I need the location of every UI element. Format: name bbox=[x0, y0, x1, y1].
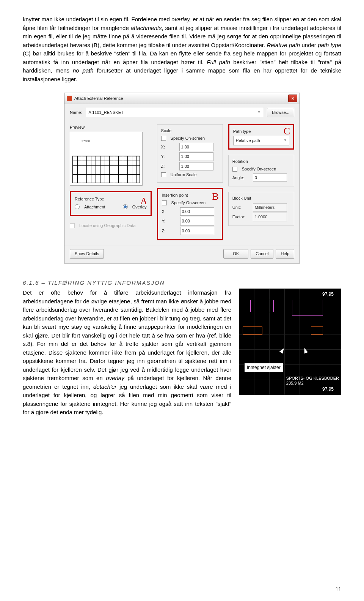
insertion-x-label: X: bbox=[162, 208, 177, 215]
angle-label: Angle: bbox=[232, 175, 250, 181]
show-details-button[interactable]: Show Details bbox=[70, 249, 104, 259]
text-italic: attachments bbox=[131, 25, 162, 31]
path-type-dropdown[interactable]: Relative path ▼ bbox=[233, 136, 289, 145]
attachment-radio[interactable] bbox=[75, 204, 80, 209]
close-icon: ✕ bbox=[291, 96, 294, 101]
cad-room-name: SPORTS- OG KLESBODER bbox=[286, 376, 339, 381]
cad-screenshot: +97,95 Inntegnet sjakter SPORTS- OG KLES… bbox=[239, 289, 341, 395]
overlay-radio[interactable] bbox=[123, 204, 128, 209]
cancel-button[interactable]: Cancel bbox=[251, 249, 273, 259]
dialog-titlebar: Attach External Reference ✕ bbox=[64, 93, 300, 104]
section-heading: 6.1.6 – Tilføring nyttig informasjon bbox=[23, 279, 341, 287]
insertion-y-input[interactable]: 0.00 bbox=[180, 217, 214, 226]
text: Det er ofte behov for å tilføre arbeidsu… bbox=[23, 289, 231, 381]
attachment-label: Attachment bbox=[84, 204, 105, 210]
reference-type-label: Reference Type bbox=[75, 196, 147, 202]
text: under bbox=[301, 42, 318, 48]
help-button[interactable]: Help bbox=[276, 249, 294, 259]
text-italic: no path bbox=[73, 67, 97, 74]
app-icon bbox=[67, 96, 72, 101]
block-unit-group: Block Unit Unit:Millimeters Factor:1.000… bbox=[228, 192, 294, 226]
browse-button[interactable]: Browse... bbox=[267, 108, 294, 117]
text: knytter man ikke underlaget til sin egen… bbox=[23, 16, 171, 22]
name-label: Name: bbox=[70, 109, 82, 116]
block-unit-label: Block Unit bbox=[232, 195, 290, 202]
insertion-z-label: Z: bbox=[162, 228, 177, 234]
angle-input[interactable]: 0 bbox=[253, 174, 287, 182]
paragraph-1: knytter man ikke underlaget til sin egen… bbox=[23, 15, 341, 84]
preview-dimension: 27800 bbox=[82, 139, 90, 144]
badge-a: A bbox=[140, 194, 147, 208]
text-italic: overlay, bbox=[171, 16, 193, 22]
rotation-specify-checkbox[interactable] bbox=[232, 167, 237, 172]
preview-box: 27800 bbox=[70, 132, 143, 186]
rotation-specify-label: Specify On-screen bbox=[242, 166, 276, 172]
insertion-specify-label: Specify On-screen bbox=[171, 200, 206, 206]
scale-specify-label: Specify On-screen bbox=[171, 135, 205, 142]
scale-y-label: Y: bbox=[161, 153, 176, 160]
scale-label: Scale bbox=[161, 128, 219, 134]
text-italic: detach'er bbox=[93, 383, 119, 390]
close-button[interactable]: ✕ bbox=[288, 95, 297, 102]
insertion-point-group: B Insertion point Specify On-screen X:0.… bbox=[157, 188, 223, 241]
cad-level-top: +97,95 bbox=[320, 291, 334, 298]
scale-y-input[interactable]: 1.00 bbox=[179, 152, 213, 161]
insertion-x-input[interactable]: 0.00 bbox=[180, 207, 214, 216]
dialog-title: Attach External Reference bbox=[74, 95, 123, 102]
text-italic: overlay bbox=[106, 375, 127, 381]
unit-value: Millimeters bbox=[253, 203, 287, 212]
cad-level-bottom: +97,95 bbox=[320, 386, 334, 393]
rotation-group: Rotation Specify On-screen Angle:0 bbox=[228, 155, 294, 187]
scale-specify-checkbox[interactable] bbox=[161, 136, 166, 141]
locate-geo-checkbox bbox=[70, 223, 75, 228]
text-italic: Full path bbox=[207, 59, 233, 65]
path-type-value: Relative path bbox=[236, 137, 260, 144]
text-italic: Relative path bbox=[267, 42, 301, 48]
factor-value: 1.0000 bbox=[253, 213, 287, 221]
insertion-z-input[interactable]: 0.00 bbox=[180, 227, 214, 235]
name-dropdown[interactable]: A 1101_RENSKET ▼ bbox=[86, 108, 263, 117]
badge-b: B bbox=[212, 189, 218, 204]
locate-geo-label: Locate using Geographic Data bbox=[79, 222, 136, 229]
chevron-down-icon: ▼ bbox=[257, 110, 260, 115]
insertion-y-label: Y: bbox=[162, 218, 177, 224]
uniform-scale-checkbox[interactable] bbox=[161, 172, 166, 177]
rotation-label: Rotation bbox=[232, 158, 290, 165]
insertion-specify-checkbox[interactable] bbox=[162, 200, 167, 205]
name-value: A 1101_RENSKET bbox=[88, 109, 123, 116]
cad-room-area: 235.9 M2 bbox=[286, 381, 339, 386]
preview-drawing bbox=[72, 156, 140, 183]
scale-z-label: Z: bbox=[161, 163, 176, 170]
path-type-label: Path type bbox=[233, 128, 289, 135]
scale-x-label: X: bbox=[161, 144, 176, 150]
reference-type-group: A Reference Type Attachment Overlay bbox=[70, 191, 152, 216]
cad-callout: Inntegnet sjakter bbox=[244, 363, 283, 372]
chevron-down-icon: ▼ bbox=[284, 138, 287, 143]
badge-c: C bbox=[284, 124, 290, 139]
scale-group: Scale Specify On-screen X:1.00 Y:1.00 Z:… bbox=[157, 124, 223, 183]
preview-label: Preview bbox=[70, 124, 152, 131]
text-italic: path type bbox=[318, 42, 341, 48]
ok-button[interactable]: OK bbox=[223, 249, 248, 259]
insertion-label: Insertion point bbox=[162, 192, 218, 199]
attach-xref-dialog: Attach External Reference ✕ Name: A 1101… bbox=[64, 93, 300, 263]
uniform-scale-label: Uniform Scale bbox=[171, 172, 197, 178]
factor-label: Factor: bbox=[232, 214, 250, 220]
scale-x-input[interactable]: 1.00 bbox=[179, 143, 213, 151]
unit-label: Unit: bbox=[232, 204, 250, 211]
scale-z-input[interactable]: 1.00 bbox=[179, 162, 213, 171]
path-type-group: C Path type Relative path ▼ bbox=[228, 124, 294, 150]
